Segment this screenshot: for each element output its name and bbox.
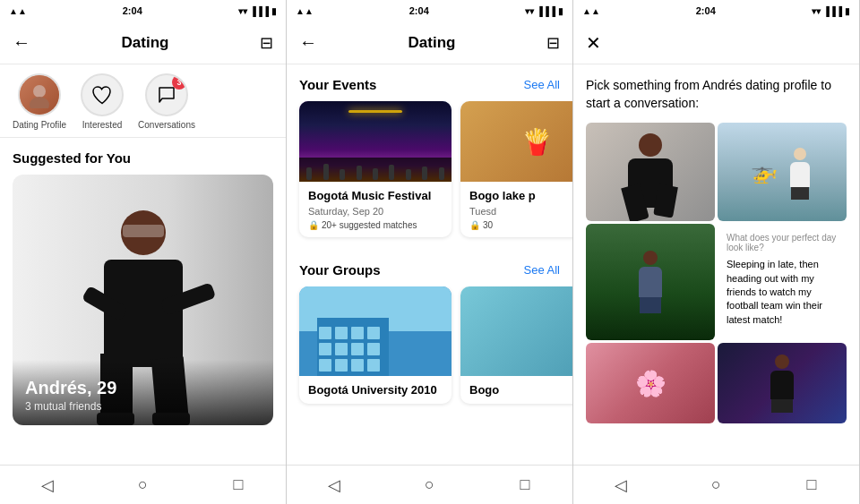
scroll-content-1: Suggested for You	[0, 138, 286, 465]
bottom-nav-3: ◁ ○ □	[573, 465, 859, 504]
back-nav-btn-2[interactable]: ◁	[316, 467, 352, 503]
lock-icon-1: 🔒	[308, 220, 319, 230]
photo-cell-3[interactable]	[586, 224, 715, 340]
photo-row-2: What does your perfect day look like? Sl…	[586, 224, 847, 340]
group-card-2[interactable]: Bogo	[460, 286, 572, 404]
filter-icon-1[interactable]: ⊟	[260, 33, 273, 53]
event-title-1: Bogotá Music Festival	[308, 189, 443, 204]
status-left-3: ▲▲	[582, 6, 600, 16]
signal-icon: ▐▐▐	[250, 6, 269, 16]
photo-cell-5[interactable]: 🌸	[586, 343, 715, 423]
dating-profile-label: Dating Profile	[13, 120, 66, 130]
back-button-1[interactable]: ←	[13, 32, 30, 53]
groups-see-all[interactable]: See All	[524, 263, 560, 277]
status-bar-3: ▲▲ 2:04 ▾▾ ▐▐▐ ▮	[573, 0, 859, 21]
status-bar-1: ▲▲ 2:04 ▾▾ ▐▐▐ ▮	[0, 0, 286, 21]
status-icons-2: ▾▾ ▐▐▐ ▮	[525, 6, 563, 16]
group-image-2	[460, 286, 572, 376]
photo-cell-6[interactable]	[718, 343, 847, 423]
card-overlay: Andrés, 29 3 mutual friends	[13, 360, 273, 425]
page-title-1: Dating	[30, 34, 260, 52]
group-card-1[interactable]: Bogotá University 2010	[299, 286, 452, 404]
signal-icon-3: ▐▐▐	[823, 6, 842, 16]
wifi-icon-2: ▾▾	[525, 6, 534, 16]
event-info-2: Bogo lake p Tuesd 🔒 30	[460, 182, 572, 237]
suggested-section-header: Suggested for You	[0, 138, 286, 175]
events-see-all[interactable]: See All	[524, 78, 560, 91]
phone-2: ▲▲ 2:04 ▾▾ ▐▐▐ ▮ ← Dating ⊟ Your Events …	[287, 0, 573, 504]
phone3-header: ✕	[573, 21, 859, 64]
photo-row-3: 🌸	[586, 343, 847, 423]
dating-profile-icon-circle	[18, 73, 61, 116]
status-left-1: ▲▲	[9, 6, 27, 16]
wifi-icon-3: ▾▾	[812, 6, 821, 16]
phone3-prompt: Pick something from Andrés dating profil…	[573, 64, 859, 123]
home-nav-btn-2[interactable]: ○	[411, 467, 447, 503]
recents-nav-btn-1[interactable]: □	[220, 467, 256, 503]
profile-avatar	[20, 75, 59, 115]
bottom-nav-2: ◁ ○ □	[287, 465, 572, 504]
phone-1: ▲▲ 2:04 ▾▾ ▐▐▐ ▮ ← Dating ⊟ Dating Profi…	[0, 0, 287, 504]
status-icons-3: ▾▾ ▐▐▐ ▮	[812, 6, 850, 16]
nav-item-conversations[interactable]: 3 Conversations	[138, 73, 195, 130]
events-section-header: Your Events See All	[287, 64, 572, 101]
group-title-1: Bogotá University 2010	[308, 383, 443, 397]
recents-nav-btn-3[interactable]: □	[794, 467, 830, 503]
crowd-simulation	[299, 101, 452, 182]
battery-icon: ▮	[271, 6, 277, 16]
photo-cell-2[interactable]: 🚁	[718, 123, 847, 221]
event-matches-2: 🔒 30	[469, 220, 572, 230]
status-left-2: ▲▲	[296, 6, 314, 16]
group-info-1: Bogotá University 2010	[299, 376, 452, 404]
time-3: 2:04	[696, 5, 716, 16]
filter-icon-2[interactable]: ⊟	[546, 33, 560, 53]
card-mutual: 3 mutual friends	[25, 400, 261, 413]
event-card-1[interactable]: Bogotá Music Festival Saturday, Sep 20 🔒…	[299, 101, 452, 237]
building-windows	[319, 327, 380, 372]
graffiti-person	[767, 355, 798, 413]
photo-row-1: 🚁	[586, 123, 847, 221]
nav-item-interested[interactable]: Interested	[81, 73, 124, 130]
suggested-card[interactable]: Andrés, 29 3 mutual friends	[13, 175, 273, 425]
svg-point-0	[33, 85, 46, 98]
wifi-icon: ▾▾	[238, 6, 247, 16]
person-with-drone	[787, 148, 813, 197]
flowers-icon: 🌸	[635, 369, 666, 398]
conversations-label: Conversations	[138, 120, 195, 130]
event-title-2: Bogo lake p	[469, 189, 572, 204]
lock-icon-2: 🔒	[469, 220, 480, 230]
groups-section-header: Your Groups See All	[287, 250, 572, 286]
photo-cell-1[interactable]	[586, 123, 715, 221]
photo-grid-container: 🚁 What does your perfect day look like?	[573, 123, 859, 465]
back-nav-btn-1[interactable]: ◁	[30, 467, 65, 503]
conversations-icon-circle: 3	[145, 73, 188, 116]
group-info-2: Bogo	[460, 376, 572, 404]
event-date-2: Tuesd	[469, 206, 572, 217]
back-nav-btn-3[interactable]: ◁	[603, 467, 639, 503]
recents-nav-btn-2[interactable]: □	[507, 467, 543, 503]
nav-item-dating-profile[interactable]: Dating Profile	[13, 73, 66, 130]
bottom-nav-1: ◁ ○ □	[0, 465, 286, 504]
garden-person	[632, 251, 668, 313]
time-2: 2:04	[409, 5, 429, 16]
status-icons-1: ▾▾ ▐▐▐ ▮	[238, 6, 277, 16]
app-header-1: ← Dating ⊟	[0, 21, 286, 64]
heart-icon	[91, 85, 113, 105]
battery-icon-3: ▮	[845, 6, 850, 16]
home-nav-btn-3[interactable]: ○	[698, 467, 734, 503]
close-button[interactable]: ✕	[586, 32, 601, 54]
interested-icon-circle	[81, 73, 124, 116]
groups-title: Your Groups	[299, 262, 381, 278]
suggested-title: Suggested for You	[13, 150, 131, 166]
status-bar-2: ▲▲ 2:04 ▾▾ ▐▐▐ ▮	[287, 0, 572, 21]
home-nav-btn-1[interactable]: ○	[125, 467, 160, 503]
groups-scroll: Bogotá University 2010 Bogo	[287, 286, 572, 416]
card-name: Andrés, 29	[25, 378, 261, 398]
event-info-1: Bogotá Music Festival Saturday, Sep 20 🔒…	[299, 182, 452, 237]
question-label: What does your perfect day look like?	[727, 233, 838, 252]
answer-text: Sleeping in late, then heading out with …	[727, 258, 838, 327]
building-simulation	[299, 286, 452, 376]
event-card-2[interactable]: 🍟 Bogo lake p Tuesd 🔒 30	[460, 101, 572, 237]
photo-cell-4[interactable]: What does your perfect day look like? Sl…	[718, 224, 847, 340]
back-button-2[interactable]: ←	[299, 32, 317, 53]
